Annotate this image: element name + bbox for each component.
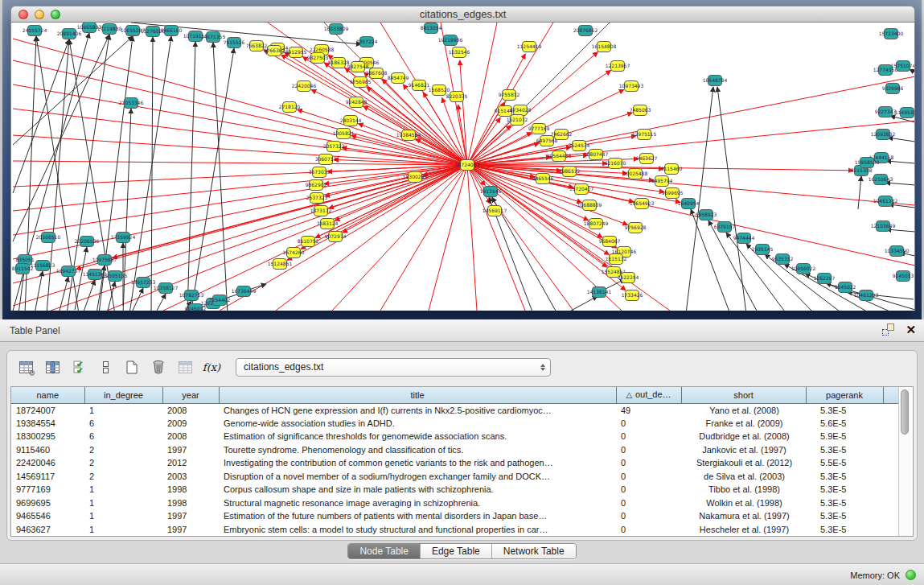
delete-column-icon[interactable] bbox=[150, 358, 167, 376]
network-node[interactable]: 9474444 bbox=[733, 233, 755, 244]
network-node[interactable]: 7515526 bbox=[224, 38, 245, 48]
network-node[interactable]: 16782753 bbox=[179, 290, 204, 301]
function-builder-icon[interactable]: f(x) bbox=[203, 358, 220, 376]
network-node[interactable]: 11254419 bbox=[517, 42, 542, 52]
column-header-name[interactable]: name bbox=[11, 387, 84, 403]
table-settings-icon[interactable]: ⚙ bbox=[17, 358, 35, 376]
cell-out[interactable]: 0 bbox=[616, 443, 681, 457]
network-node[interactable]: 16648784 bbox=[703, 76, 728, 86]
cell-year[interactable]: 1998 bbox=[162, 483, 219, 496]
network-node[interactable]: 10688839 bbox=[577, 200, 602, 211]
network-node[interactable]: 1733426 bbox=[622, 290, 643, 301]
network-node[interactable]: 8454749 bbox=[388, 73, 409, 84]
network-node[interactable]: 8813054 bbox=[421, 23, 442, 34]
network-node[interactable]: 9699695 bbox=[662, 188, 684, 199]
network-node[interactable]: 7583124 bbox=[317, 219, 339, 229]
cell-year[interactable]: 2012 bbox=[162, 456, 219, 470]
network-node[interactable]: 9072974 bbox=[325, 232, 347, 242]
network-node[interactable]: 9635312 bbox=[772, 254, 794, 265]
network-node[interactable]: 9495794 bbox=[651, 176, 673, 187]
table-row[interactable]: 969969511998Structural magnetic resonanc… bbox=[11, 496, 898, 510]
cell-year[interactable]: 2008 bbox=[162, 403, 219, 417]
cell-indeg[interactable]: 1 bbox=[84, 496, 162, 510]
cell-title[interactable]: Disruption of a novel member of a sodium… bbox=[219, 470, 616, 484]
network-node[interactable]: 18807249 bbox=[584, 219, 609, 229]
network-node[interactable]: 1873172 bbox=[310, 206, 332, 216]
select-columns-icon[interactable]: ✔✔ bbox=[70, 358, 88, 376]
cell-pagerank[interactable]: 5.3E-5 bbox=[806, 523, 883, 537]
row-height-icon[interactable] bbox=[97, 358, 114, 376]
network-node[interactable]: 9146821 bbox=[409, 80, 430, 91]
cell-name[interactable]: 9115460 bbox=[11, 443, 84, 457]
cell-year[interactable]: 2008 bbox=[162, 430, 219, 443]
network-node[interactable]: 16033809 bbox=[324, 24, 349, 35]
cell-name[interactable]: 9699695 bbox=[11, 496, 84, 510]
cell-short[interactable]: Yano et al. (2008) bbox=[681, 403, 806, 417]
table-scrollbar-thumb[interactable] bbox=[901, 389, 909, 435]
cell-short[interactable]: Dudbridge et al. (2008) bbox=[681, 430, 806, 443]
column-layout-icon[interactable] bbox=[43, 358, 61, 376]
network-node[interactable]: 19218986 bbox=[438, 35, 463, 46]
cell-name[interactable]: 9463627 bbox=[11, 523, 84, 537]
table-scrollbar[interactable] bbox=[898, 387, 910, 536]
column-header-pagerank[interactable]: pagerank bbox=[806, 387, 883, 403]
network-node[interactable]: 10025488 bbox=[623, 169, 648, 179]
cell-title[interactable]: Tourette syndrome. Phenomenology and cla… bbox=[219, 443, 616, 457]
network-node[interactable]: 3624534 bbox=[569, 141, 590, 151]
network-node[interactable]: 19384554 bbox=[396, 130, 421, 141]
network-node[interactable]: 7857224 bbox=[356, 37, 378, 47]
cell-name[interactable]: 19384554 bbox=[11, 417, 84, 431]
network-node[interactable]: 9766382 bbox=[264, 46, 285, 56]
cell-year[interactable]: 1997 bbox=[162, 443, 219, 457]
table-row[interactable]: 1456911722003Disruption of a novel membe… bbox=[11, 470, 898, 484]
cell-pagerank[interactable]: 5.6E-5 bbox=[806, 417, 883, 431]
network-node[interactable]: 10973493 bbox=[619, 81, 644, 92]
cell-title[interactable]: Estimation of significance thresholds fo… bbox=[219, 430, 616, 443]
table-row[interactable]: 1938455462009Genome-wide association stu… bbox=[11, 417, 898, 431]
network-node[interactable]: 5958923 bbox=[696, 210, 717, 220]
table-row[interactable]: 946554611997Estimation of the future num… bbox=[11, 509, 898, 523]
cell-indeg[interactable]: 1 bbox=[84, 509, 162, 523]
network-node[interactable]: 8220335 bbox=[446, 92, 468, 102]
network-node[interactable]: 15723400 bbox=[879, 29, 904, 39]
cell-short[interactable]: de Silva et al. (2003) bbox=[681, 470, 806, 484]
network-node[interactable]: 2718120 bbox=[279, 102, 301, 113]
network-node[interactable]: 9245013 bbox=[893, 271, 914, 282]
cell-title[interactable]: Investigating the contribution of common… bbox=[219, 456, 616, 470]
cell-short[interactable]: Wolkin et al. (1998) bbox=[681, 496, 806, 510]
table-row[interactable]: 977716911998Corpus callosum shape and si… bbox=[11, 483, 898, 496]
cell-short[interactable]: Franke et al. (2009) bbox=[681, 417, 806, 431]
network-node[interactable]: 9756928 bbox=[625, 223, 647, 233]
network-node[interactable]: 17957233 bbox=[131, 278, 156, 288]
cell-year[interactable]: 2009 bbox=[162, 417, 219, 431]
cell-pagerank[interactable]: 5.5E-5 bbox=[806, 456, 883, 470]
network-node[interactable]: 19654923 bbox=[630, 199, 655, 209]
cell-indeg[interactable]: 6 bbox=[84, 430, 162, 443]
network-node[interactable]: 20306510 bbox=[36, 233, 61, 243]
cell-out[interactable]: 0 bbox=[616, 509, 681, 523]
network-node[interactable]: 1615132 bbox=[606, 254, 627, 265]
network-node[interactable]: 16154808 bbox=[592, 42, 617, 52]
network-node[interactable]: 9115460 bbox=[661, 164, 683, 175]
cell-title[interactable]: Genome-wide association studies in ADHD. bbox=[219, 417, 616, 431]
network-node[interactable]: 1674260 bbox=[283, 248, 305, 258]
cell-name[interactable]: 9777169 bbox=[11, 483, 84, 496]
cell-indeg[interactable]: 2 bbox=[84, 443, 162, 457]
cell-indeg[interactable]: 2 bbox=[84, 456, 162, 470]
network-canvas[interactable]: 2405572420891406109658831721988010655287… bbox=[10, 23, 915, 311]
network-node[interactable]: 9227343 bbox=[875, 107, 897, 117]
minimize-window-icon[interactable] bbox=[35, 10, 44, 19]
network-node[interactable]: 1913546 bbox=[480, 187, 502, 197]
cell-short[interactable]: Stergiakouli et al. (2012) bbox=[681, 456, 806, 470]
network-node[interactable]: 8186328 bbox=[328, 58, 350, 68]
cell-out[interactable]: 0 bbox=[616, 430, 681, 443]
network-node[interactable]: 12942737 bbox=[56, 266, 81, 277]
cell-pagerank[interactable]: 5.3E-5 bbox=[806, 496, 883, 510]
tab-node-table[interactable]: Node Table bbox=[348, 544, 421, 558]
column-header-title[interactable]: title bbox=[219, 387, 616, 403]
zoom-window-icon[interactable] bbox=[51, 10, 60, 19]
cell-name[interactable]: 18724007 bbox=[11, 403, 84, 417]
cell-name[interactable]: 14569117 bbox=[11, 470, 84, 484]
cell-year[interactable]: 2003 bbox=[162, 470, 219, 484]
cell-out[interactable]: 0 bbox=[616, 496, 681, 510]
